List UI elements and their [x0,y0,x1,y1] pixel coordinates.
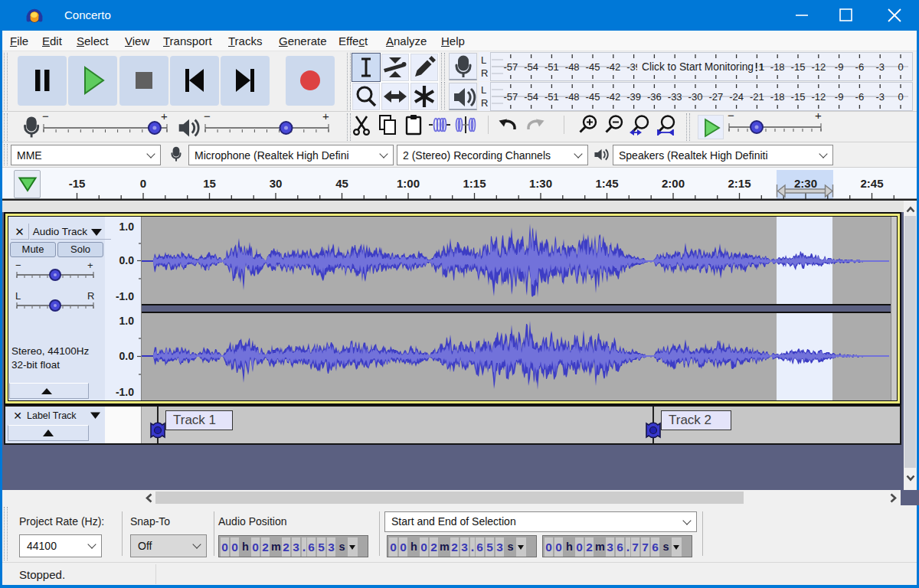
svg-text:1:45: 1:45 [595,177,618,190]
svg-text:-57: -57 [503,91,518,103]
svg-text:1.0: 1.0 [119,315,135,327]
svg-text:-9: -9 [835,91,844,103]
svg-text:0: 0 [898,91,903,103]
svg-text:-54: -54 [524,91,538,103]
svg-text:-39: -39 [626,91,641,103]
svg-text:−: − [204,109,211,122]
svg-text:-33: -33 [668,91,682,103]
svg-text:0.0: 0.0 [119,350,135,362]
svg-text:0: 0 [140,177,146,190]
svg-text:−: − [728,113,734,122]
svg-text:-12: -12 [811,91,826,103]
svg-text:−: − [15,263,21,271]
svg-text:-21: -21 [750,91,764,103]
svg-text:2:30: 2:30 [794,177,817,190]
svg-text:-45: -45 [586,91,600,103]
svg-text:-24: -24 [729,91,744,103]
svg-text:45: 45 [335,177,348,190]
svg-text:1:30: 1:30 [529,177,552,190]
svg-text:-42: -42 [606,61,620,73]
svg-text:-3: -3 [875,91,885,103]
svg-text:−: − [42,109,49,122]
svg-text:-42: -42 [606,91,620,103]
svg-text:1.0: 1.0 [119,220,135,233]
svg-text:-36: -36 [647,91,662,103]
svg-text:2:45: 2:45 [860,177,883,190]
svg-text:+: + [87,263,93,271]
svg-text:-48: -48 [565,91,580,103]
svg-text:-30: -30 [688,91,703,103]
svg-text:-6: -6 [855,61,865,73]
svg-text:+: + [815,113,822,122]
svg-text:2:15: 2:15 [728,177,751,190]
svg-text:R: R [87,290,94,302]
svg-text:+: + [322,109,329,122]
svg-text:2:00: 2:00 [662,177,685,190]
svg-text:1:00: 1:00 [397,177,420,190]
svg-text:1:15: 1:15 [463,177,486,190]
svg-text:-15: -15 [791,91,806,103]
svg-text:-1.0: -1.0 [116,386,134,398]
svg-text:-57: -57 [503,61,518,73]
svg-text:-18: -18 [770,91,785,103]
svg-text:-45: -45 [586,61,600,73]
svg-text:-51: -51 [545,61,559,73]
svg-text:-54: -54 [524,61,538,73]
svg-text:1: 1 [759,61,764,73]
svg-text:-15: -15 [791,61,806,73]
svg-text:0: 0 [898,61,903,73]
svg-text:-18: -18 [770,61,785,73]
svg-text:-48: -48 [565,61,580,73]
svg-text:0.0: 0.0 [119,254,135,266]
svg-text:-15: -15 [69,177,86,190]
svg-text:-27: -27 [708,91,723,103]
svg-text:-1.0: -1.0 [116,290,134,302]
svg-text:-12: -12 [811,61,826,73]
svg-text:30: 30 [270,177,283,190]
svg-text:-51: -51 [545,91,559,103]
svg-text:15: 15 [203,177,216,190]
svg-text:-9: -9 [835,61,844,73]
svg-text:-6: -6 [855,91,865,103]
svg-text:Click to Start Monitoring: Click to Start Monitoring [642,60,754,73]
svg-text:L: L [15,290,21,302]
svg-text:+: + [161,109,168,122]
svg-text:-3: -3 [875,61,885,73]
